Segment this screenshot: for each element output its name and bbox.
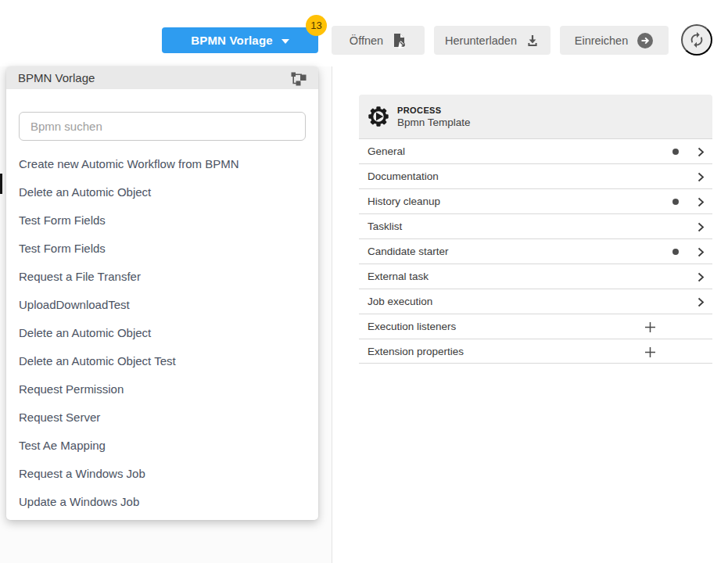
property-group-row[interactable]: Tasklist xyxy=(359,213,712,238)
filled-dot-icon xyxy=(672,199,679,205)
list-item[interactable]: Request a Windows Job xyxy=(6,459,318,487)
process-gear-icon xyxy=(367,105,390,128)
list-item[interactable]: Test Ae Mapping xyxy=(6,431,318,459)
property-group-row[interactable]: History cleanup xyxy=(359,188,712,213)
bpmn-template-button[interactable]: BPMN Vorlage xyxy=(162,27,318,53)
download-icon xyxy=(525,34,540,48)
notification-badge: 13 xyxy=(306,15,327,36)
element-name-label: Bpmn Template xyxy=(397,117,471,128)
sync-icon xyxy=(688,31,705,48)
property-group-label: General xyxy=(359,145,405,157)
chevron-right-icon xyxy=(698,272,705,282)
panel-divider xyxy=(332,66,332,563)
template-dropdown-panel: BPMN Vorlage Create new Automic Workflow… xyxy=(6,66,318,520)
list-item[interactable]: Request Permission xyxy=(6,375,318,403)
dropdown-title: BPMN Vorlage xyxy=(18,71,291,84)
chevron-right-icon xyxy=(698,197,705,207)
download-button-label: Herunterladen xyxy=(445,34,517,47)
property-group-row[interactable]: General xyxy=(359,138,712,163)
property-group-label: Job execution xyxy=(359,296,432,307)
property-group-row[interactable]: External task xyxy=(359,264,712,289)
element-type-label: PROCESS xyxy=(397,106,471,115)
dropdown-header: BPMN Vorlage xyxy=(6,66,318,89)
property-group-label: History cleanup xyxy=(359,195,440,207)
property-group-label: Tasklist xyxy=(359,221,402,232)
file-open-icon xyxy=(392,33,407,48)
property-group-row[interactable]: Execution listeners xyxy=(359,314,712,339)
list-item[interactable]: Test Form Fields xyxy=(6,234,318,262)
submit-button-label: Einreichen xyxy=(575,34,629,47)
property-group-row[interactable]: Candidate starter xyxy=(359,238,712,264)
bpmn-template-button-label: BPMN Vorlage xyxy=(191,34,273,47)
download-button[interactable]: Herunterladen xyxy=(434,26,550,55)
chevron-right-icon xyxy=(698,247,705,257)
list-item[interactable]: Delete an Automic Object Test xyxy=(6,346,318,375)
list-item[interactable]: Delete an Automic Object xyxy=(6,318,318,346)
property-group-label: External task xyxy=(359,271,429,282)
plus-icon[interactable] xyxy=(644,321,656,333)
property-groups: General Documentation History cleanup xyxy=(359,138,712,364)
open-button[interactable]: Öffnen xyxy=(332,26,425,55)
search-input[interactable] xyxy=(19,112,306,141)
list-item[interactable]: Request a File Transfer xyxy=(6,262,318,290)
chevron-right-icon xyxy=(698,172,705,182)
list-item[interactable]: Create new Automic Workflow from BPMN xyxy=(6,149,318,178)
submit-button[interactable]: Einreichen xyxy=(560,26,669,55)
list-item[interactable]: Test Form Fields xyxy=(6,206,318,234)
refresh-button[interactable] xyxy=(681,24,712,56)
palette-edge xyxy=(0,174,2,194)
property-group-row[interactable]: Extension properties xyxy=(359,339,712,364)
filled-dot-icon xyxy=(672,249,679,255)
schema-icon xyxy=(291,70,307,86)
filled-dot-icon xyxy=(672,149,679,155)
list-item[interactable]: Update a Windows Job xyxy=(6,487,318,515)
plus-icon[interactable] xyxy=(644,346,656,358)
property-group-row[interactable]: Job execution xyxy=(359,289,712,314)
list-item[interactable]: UploadDownloadTest xyxy=(6,290,318,318)
chevron-down-icon xyxy=(282,39,289,44)
template-list: Create new Automic Workflow from BPMNDel… xyxy=(6,149,318,515)
property-group-label: Execution listeners xyxy=(359,321,456,332)
property-group-row[interactable]: Documentation xyxy=(359,163,712,188)
properties-header: PROCESS Bpmn Template xyxy=(359,95,712,138)
arrow-circle-right-icon xyxy=(637,32,654,49)
property-group-label: Extension properties xyxy=(359,346,464,357)
open-button-label: Öffnen xyxy=(350,34,383,47)
property-group-label: Candidate starter xyxy=(359,246,449,257)
property-group-label: Documentation xyxy=(359,170,439,182)
list-item[interactable]: Request Server xyxy=(6,403,318,431)
list-item[interactable]: Delete an Automic Object xyxy=(6,178,318,206)
chevron-right-icon xyxy=(698,222,705,232)
chevron-right-icon xyxy=(698,147,705,157)
chevron-right-icon xyxy=(698,297,705,307)
app-screen: BPMN Vorlage 13 Öffnen Herunterladen xyxy=(0,0,728,563)
